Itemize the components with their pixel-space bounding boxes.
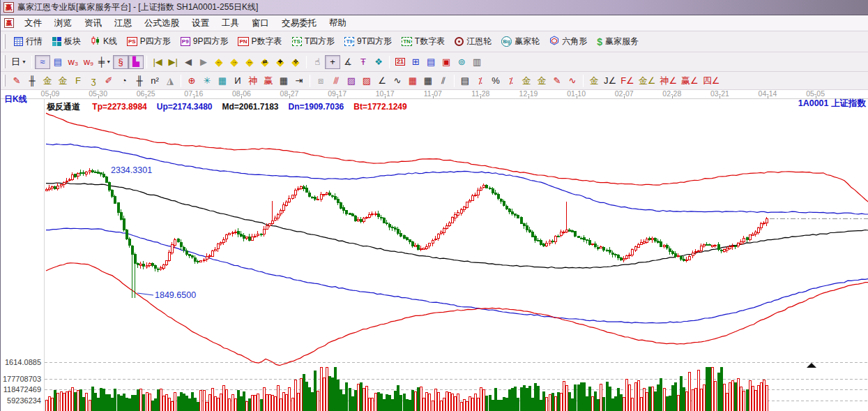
grid-red-button[interactable]: ▦ bbox=[405, 74, 420, 88]
gann-shape-button[interactable]: § bbox=[113, 55, 128, 69]
workstation-button[interactable]: ▥ bbox=[469, 55, 485, 69]
shen-tool-button[interactable]: 神 bbox=[245, 74, 261, 88]
period-day-button-button[interactable]: 日▼ bbox=[9, 55, 29, 69]
t-square-button[interactable]: TST四方形 bbox=[287, 34, 340, 49]
wave-dots-button[interactable]: ∿ bbox=[390, 74, 405, 88]
menu-item-4[interactable]: 公式选股 bbox=[138, 16, 185, 31]
angle-fan-button[interactable]: ◮ bbox=[162, 74, 178, 88]
quote-grid-button[interactable]: 行情 bbox=[9, 34, 47, 49]
page-left-button[interactable]: ◀ bbox=[181, 55, 196, 69]
draw-pencil-button[interactable]: ✎ bbox=[9, 74, 24, 88]
p-number-button[interactable]: PNP数字表 bbox=[233, 34, 287, 49]
info-panel-button[interactable]: ▤ bbox=[50, 55, 66, 69]
percent-under-button[interactable]: ⁒ bbox=[503, 74, 519, 88]
ma9-toggle-button[interactable]: w₉ bbox=[81, 55, 96, 69]
p9-square-button[interactable]: P99P四方形 bbox=[176, 34, 234, 49]
menu-item-1[interactable]: 浏览 bbox=[48, 16, 78, 31]
gold-grid-1-button[interactable]: 金 bbox=[40, 74, 55, 88]
gold-circle-button[interactable]: 金 bbox=[519, 74, 534, 88]
gold-grid-2-button[interactable]: 金 bbox=[55, 74, 70, 88]
f-angle-button[interactable]: F∠ bbox=[618, 74, 637, 88]
slashes-button[interactable]: ⫽ bbox=[436, 74, 451, 88]
candle-style-button-button[interactable]: ╪▼ bbox=[96, 55, 113, 69]
measure-pencil-button[interactable]: ✐ bbox=[101, 74, 116, 88]
grid-arrow-button[interactable]: ▦ bbox=[420, 74, 436, 88]
j-angle-button[interactable]: J∠ bbox=[602, 74, 618, 88]
scale-list-button[interactable]: ▤ bbox=[457, 74, 473, 88]
t-number-button[interactable]: TNT数字表 bbox=[397, 34, 450, 49]
ma3-toggle-button[interactable]: w₃ bbox=[66, 55, 81, 69]
box-tool-button[interactable]: ⧈ bbox=[313, 74, 328, 88]
first-page-button[interactable]: |◀ bbox=[150, 55, 165, 69]
winner-service-button[interactable]: $赢家服务 bbox=[592, 34, 644, 49]
percent-line-button[interactable]: ⁒ bbox=[473, 74, 488, 88]
notes-button[interactable]: ▤ bbox=[423, 55, 439, 69]
pan-hand-button[interactable]: ☝ bbox=[310, 55, 325, 69]
wave-mark-button[interactable]: И bbox=[230, 74, 245, 88]
menu-item-8[interactable]: 交易委托 bbox=[275, 16, 323, 31]
zoom-out-button[interactable]: ◆✜ bbox=[288, 55, 303, 69]
win-angle-button[interactable]: 赢∠ bbox=[679, 74, 701, 88]
menu-item-0[interactable]: 文件 bbox=[18, 16, 48, 31]
angle-lines-button[interactable]: ∠ bbox=[374, 74, 390, 88]
span-arrow-button[interactable]: ⇥ bbox=[291, 74, 307, 88]
zoom-left-button[interactable]: ◆← bbox=[211, 55, 227, 69]
ray-box-red-button[interactable]: ▨ bbox=[359, 74, 374, 88]
menu-item-5[interactable]: 设置 bbox=[185, 16, 215, 31]
text-label-button[interactable]: Ŧ bbox=[356, 55, 371, 69]
gann-wheel-button[interactable]: 江恩轮 bbox=[450, 34, 496, 49]
star-burst-button[interactable]: ✳ bbox=[199, 74, 215, 88]
toolbar-grip[interactable] bbox=[3, 34, 6, 48]
menu-item-3[interactable]: 江恩 bbox=[108, 16, 138, 31]
zoom-both-button[interactable]: ◆↔ bbox=[242, 55, 257, 69]
gold-line-button[interactable]: 金 bbox=[534, 74, 549, 88]
percent-button[interactable]: % bbox=[488, 74, 503, 88]
period-label[interactable]: 日K线 bbox=[4, 94, 27, 105]
gold-angle-button[interactable]: 金∠ bbox=[637, 74, 658, 88]
last-page-button[interactable]: ▶| bbox=[165, 55, 181, 69]
menu-item-7[interactable]: 窗口 bbox=[245, 16, 275, 31]
title-bar[interactable]: 赢 赢家江恩专业版[赢家服务平台] - [上证指数 SH1A0001-255日K… bbox=[1, 0, 868, 15]
win-tool-button[interactable]: 赢 bbox=[261, 74, 276, 88]
spiral-grid-button[interactable]: ʒ bbox=[86, 74, 101, 88]
kline-button[interactable]: K线 bbox=[86, 34, 122, 50]
p-square-button[interactable]: PSP四方形 bbox=[122, 34, 176, 49]
crosshair-button[interactable]: + bbox=[325, 55, 340, 69]
menu-item-2[interactable]: 资讯 bbox=[78, 16, 108, 31]
flag-pencil-button[interactable]: ✎ bbox=[549, 74, 565, 88]
ray-fan-red-button[interactable]: ⫻ bbox=[328, 74, 344, 88]
net-station-button[interactable]: ⊚ bbox=[454, 55, 469, 69]
winner-wheel-button[interactable]: Big赢家轮 bbox=[496, 34, 545, 49]
pattern-puzzle-button[interactable]: ❖ bbox=[371, 55, 386, 69]
save-screen-button[interactable]: ▣ bbox=[439, 55, 454, 69]
page-right-button[interactable]: ▶ bbox=[196, 55, 211, 69]
sector-blocks-button[interactable]: 板块 bbox=[47, 34, 86, 49]
square-web-button[interactable]: ▦ bbox=[215, 74, 230, 88]
calculator-button[interactable]: ⊞ bbox=[408, 55, 423, 69]
time-circle-button[interactable]: ◔ bbox=[116, 74, 132, 88]
zoom-in-button[interactable]: ◆✚ bbox=[273, 55, 288, 69]
chart-canvas[interactable] bbox=[1, 90, 868, 411]
circle-cross-button[interactable]: ⊕ bbox=[184, 74, 199, 88]
fib-grid-button[interactable]: F bbox=[70, 74, 86, 88]
zigzag-mode-button[interactable]: ≈ bbox=[35, 55, 50, 69]
color-bars-button[interactable]: ▙ bbox=[128, 55, 144, 69]
t9-square-button[interactable]: T99T四方形 bbox=[340, 34, 397, 49]
grid-lines-2-button[interactable]: ╫ bbox=[132, 74, 147, 88]
toolbar-grip[interactable] bbox=[3, 55, 6, 68]
grid-123-button[interactable]: ▦ bbox=[276, 74, 291, 88]
hexagon-button[interactable]: 六角形 bbox=[545, 34, 592, 50]
wave-red-button[interactable]: ∿ bbox=[565, 74, 580, 88]
calendar-button[interactable]: 21 bbox=[393, 55, 408, 69]
menu-item-6[interactable]: 工具 bbox=[215, 16, 245, 31]
grid-lines-button[interactable]: ╫ bbox=[24, 74, 40, 88]
toolbar-grip[interactable] bbox=[3, 75, 6, 87]
shen-angle-button[interactable]: 神∠ bbox=[657, 74, 679, 88]
menu-item-9[interactable]: 帮助 bbox=[323, 16, 353, 31]
four-angle-button[interactable]: 四∠ bbox=[701, 74, 722, 88]
zoom-right-button[interactable]: ◆→ bbox=[227, 55, 242, 69]
n-square-button[interactable]: n² bbox=[147, 74, 162, 88]
zoom-swap-button[interactable]: ◆⇄ bbox=[257, 55, 273, 69]
ray-box-purple-button[interactable]: ▨ bbox=[344, 74, 359, 88]
angle-measure-button[interactable]: ∡ bbox=[340, 55, 356, 69]
